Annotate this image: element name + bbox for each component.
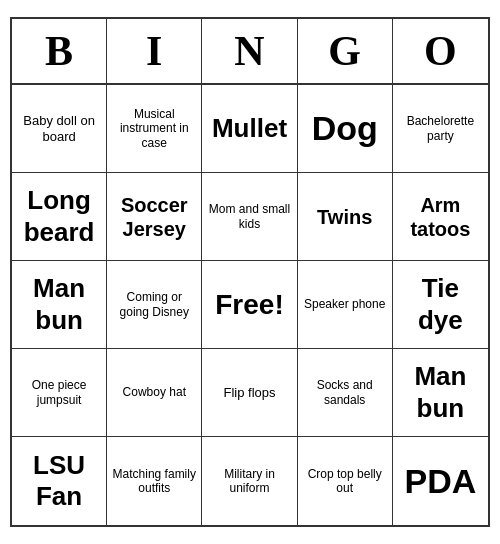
- bingo-cell-15: One piece jumpsuit: [12, 349, 107, 437]
- bingo-cell-16: Cowboy hat: [107, 349, 202, 437]
- bingo-letter-o: O: [393, 19, 488, 83]
- bingo-cell-6: Soccer Jersey: [107, 173, 202, 261]
- bingo-cell-1: Musical instrument in case: [107, 85, 202, 173]
- bingo-cell-20: LSU Fan: [12, 437, 107, 525]
- bingo-letter-g: G: [298, 19, 393, 83]
- bingo-cell-23: Crop top belly out: [298, 437, 393, 525]
- bingo-cell-17: Flip flops: [202, 349, 297, 437]
- bingo-letter-i: I: [107, 19, 202, 83]
- bingo-letter-n: N: [202, 19, 297, 83]
- bingo-cell-22: Military in uniform: [202, 437, 297, 525]
- bingo-cell-7: Mom and small kids: [202, 173, 297, 261]
- bingo-cell-19: Man bun: [393, 349, 488, 437]
- bingo-cell-9: Arm tatoos: [393, 173, 488, 261]
- bingo-cell-13: Speaker phone: [298, 261, 393, 349]
- bingo-cell-2: Mullet: [202, 85, 297, 173]
- bingo-card: BINGO Baby doll on boardMusical instrume…: [10, 17, 490, 527]
- bingo-letter-b: B: [12, 19, 107, 83]
- bingo-cell-21: Matching family outfits: [107, 437, 202, 525]
- bingo-cell-5: Long beard: [12, 173, 107, 261]
- bingo-cell-24: PDA: [393, 437, 488, 525]
- bingo-cell-0: Baby doll on board: [12, 85, 107, 173]
- bingo-cell-3: Dog: [298, 85, 393, 173]
- bingo-cell-18: Socks and sandals: [298, 349, 393, 437]
- bingo-cell-4: Bachelorette party: [393, 85, 488, 173]
- bingo-cell-14: Tie dye: [393, 261, 488, 349]
- bingo-cell-12: Free!: [202, 261, 297, 349]
- bingo-cell-8: Twins: [298, 173, 393, 261]
- bingo-cell-10: Man bun: [12, 261, 107, 349]
- bingo-header: BINGO: [12, 19, 488, 85]
- bingo-cell-11: Coming or going Disney: [107, 261, 202, 349]
- bingo-grid: Baby doll on boardMusical instrument in …: [12, 85, 488, 525]
